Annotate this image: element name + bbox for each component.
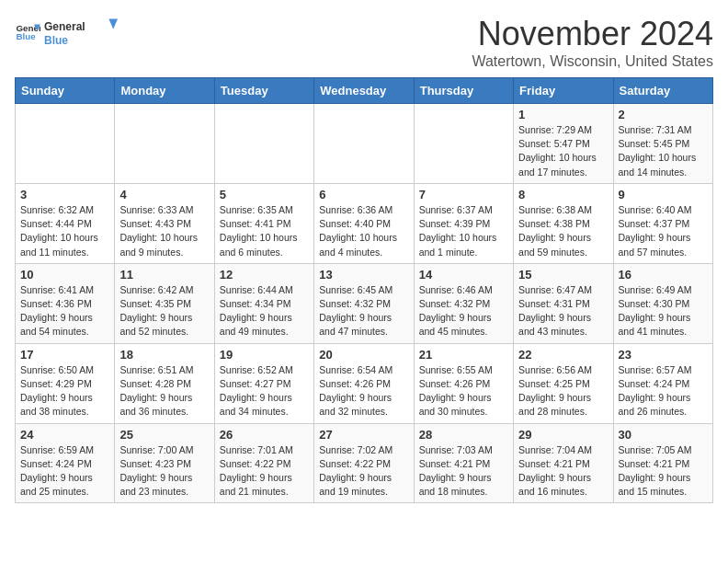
day-number: 26 bbox=[220, 428, 309, 442]
day-number: 21 bbox=[419, 348, 508, 362]
calendar-week-1: 1Sunrise: 7:29 AM Sunset: 5:47 PM Daylig… bbox=[16, 104, 713, 184]
day-number: 27 bbox=[319, 428, 408, 442]
calendar-cell bbox=[214, 104, 313, 184]
weekday-header-saturday: Saturday bbox=[613, 78, 712, 104]
calendar-cell: 13Sunrise: 6:45 AM Sunset: 4:32 PM Dayli… bbox=[314, 263, 414, 343]
calendar-cell: 10Sunrise: 6:41 AM Sunset: 4:36 PM Dayli… bbox=[16, 263, 115, 343]
day-info: Sunrise: 6:37 AM Sunset: 4:39 PM Dayligh… bbox=[419, 203, 508, 259]
day-number: 6 bbox=[319, 188, 408, 201]
day-number: 16 bbox=[619, 268, 708, 282]
day-info: Sunrise: 7:05 AM Sunset: 4:21 PM Dayligh… bbox=[619, 443, 708, 500]
calendar-cell: 19Sunrise: 6:52 AM Sunset: 4:27 PM Dayli… bbox=[214, 343, 313, 423]
weekday-header-wednesday: Wednesday bbox=[314, 78, 414, 104]
day-number: 5 bbox=[220, 188, 309, 201]
day-info: Sunrise: 6:57 AM Sunset: 4:24 PM Dayligh… bbox=[619, 363, 708, 419]
day-info: Sunrise: 6:50 AM Sunset: 4:29 PM Dayligh… bbox=[20, 363, 109, 419]
day-info: Sunrise: 6:55 AM Sunset: 4:26 PM Dayligh… bbox=[419, 363, 508, 419]
calendar-week-5: 24Sunrise: 6:59 AM Sunset: 4:24 PM Dayli… bbox=[16, 423, 713, 503]
calendar-cell: 6Sunrise: 6:36 AM Sunset: 4:40 PM Daylig… bbox=[314, 183, 414, 263]
day-number: 19 bbox=[220, 348, 309, 362]
title-block: November 2024 Watertown, Wisconsin, Unit… bbox=[472, 15, 713, 70]
logo: General Blue General Blue bbox=[15, 15, 118, 50]
day-number: 28 bbox=[419, 428, 508, 442]
weekday-header-tuesday: Tuesday bbox=[214, 78, 313, 104]
calendar-header: SundayMondayTuesdayWednesdayThursdayFrid… bbox=[16, 78, 713, 104]
location-subtitle: Watertown, Wisconsin, United States bbox=[472, 53, 713, 70]
calendar-cell: 17Sunrise: 6:50 AM Sunset: 4:29 PM Dayli… bbox=[16, 343, 115, 423]
calendar-cell: 7Sunrise: 6:37 AM Sunset: 4:39 PM Daylig… bbox=[414, 183, 513, 263]
day-info: Sunrise: 6:49 AM Sunset: 4:30 PM Dayligh… bbox=[619, 283, 708, 339]
day-number: 2 bbox=[619, 108, 708, 121]
calendar-cell: 16Sunrise: 6:49 AM Sunset: 4:30 PM Dayli… bbox=[613, 263, 712, 343]
day-number: 17 bbox=[20, 348, 109, 362]
day-number: 14 bbox=[419, 268, 508, 282]
day-info: Sunrise: 6:56 AM Sunset: 4:25 PM Dayligh… bbox=[518, 363, 608, 419]
calendar-cell: 23Sunrise: 6:57 AM Sunset: 4:24 PM Dayli… bbox=[613, 343, 712, 423]
day-info: Sunrise: 7:04 AM Sunset: 4:21 PM Dayligh… bbox=[518, 443, 608, 500]
day-info: Sunrise: 6:46 AM Sunset: 4:32 PM Dayligh… bbox=[419, 283, 508, 339]
day-info: Sunrise: 6:44 AM Sunset: 4:34 PM Dayligh… bbox=[220, 283, 309, 339]
calendar-table: SundayMondayTuesdayWednesdayThursdayFrid… bbox=[15, 77, 713, 503]
calendar-cell: 1Sunrise: 7:29 AM Sunset: 5:47 PM Daylig… bbox=[514, 104, 613, 184]
day-number: 4 bbox=[119, 188, 209, 201]
day-number: 30 bbox=[619, 428, 708, 442]
calendar-cell: 26Sunrise: 7:01 AM Sunset: 4:22 PM Dayli… bbox=[214, 423, 313, 503]
calendar-cell: 25Sunrise: 7:00 AM Sunset: 4:23 PM Dayli… bbox=[115, 423, 214, 503]
day-info: Sunrise: 7:01 AM Sunset: 4:22 PM Dayligh… bbox=[220, 443, 309, 500]
calendar-cell bbox=[314, 104, 414, 184]
page-header: General Blue General Blue November 2024 … bbox=[15, 15, 713, 70]
day-number: 18 bbox=[119, 348, 209, 362]
weekday-header-sunday: Sunday bbox=[16, 78, 115, 104]
day-info: Sunrise: 6:52 AM Sunset: 4:27 PM Dayligh… bbox=[220, 363, 309, 419]
calendar-cell bbox=[115, 104, 214, 184]
calendar-cell: 28Sunrise: 7:03 AM Sunset: 4:21 PM Dayli… bbox=[414, 423, 513, 503]
calendar-cell: 8Sunrise: 6:38 AM Sunset: 4:38 PM Daylig… bbox=[514, 183, 613, 263]
day-number: 9 bbox=[619, 188, 708, 201]
day-info: Sunrise: 7:03 AM Sunset: 4:21 PM Dayligh… bbox=[419, 443, 508, 500]
day-info: Sunrise: 6:51 AM Sunset: 4:28 PM Dayligh… bbox=[119, 363, 209, 419]
day-number: 15 bbox=[518, 268, 608, 282]
calendar-week-3: 10Sunrise: 6:41 AM Sunset: 4:36 PM Dayli… bbox=[16, 263, 713, 343]
logo-svg: General Blue bbox=[44, 15, 118, 50]
calendar-cell: 9Sunrise: 6:40 AM Sunset: 4:37 PM Daylig… bbox=[613, 183, 712, 263]
day-number: 29 bbox=[518, 428, 608, 442]
day-number: 25 bbox=[119, 428, 209, 442]
day-info: Sunrise: 7:31 AM Sunset: 5:45 PM Dayligh… bbox=[619, 123, 708, 179]
calendar-body: 1Sunrise: 7:29 AM Sunset: 5:47 PM Daylig… bbox=[16, 104, 713, 503]
day-info: Sunrise: 6:45 AM Sunset: 4:32 PM Dayligh… bbox=[319, 283, 408, 339]
day-number: 24 bbox=[20, 428, 109, 442]
day-number: 22 bbox=[518, 348, 608, 362]
day-info: Sunrise: 6:33 AM Sunset: 4:43 PM Dayligh… bbox=[119, 203, 209, 259]
day-info: Sunrise: 6:32 AM Sunset: 4:44 PM Dayligh… bbox=[20, 203, 109, 259]
calendar-cell: 12Sunrise: 6:44 AM Sunset: 4:34 PM Dayli… bbox=[214, 263, 313, 343]
day-info: Sunrise: 6:38 AM Sunset: 4:38 PM Dayligh… bbox=[518, 203, 608, 259]
calendar-cell: 2Sunrise: 7:31 AM Sunset: 5:45 PM Daylig… bbox=[613, 104, 712, 184]
svg-text:Blue: Blue bbox=[44, 34, 68, 47]
day-info: Sunrise: 7:02 AM Sunset: 4:22 PM Dayligh… bbox=[319, 443, 408, 500]
calendar-cell: 27Sunrise: 7:02 AM Sunset: 4:22 PM Dayli… bbox=[314, 423, 414, 503]
month-title: November 2024 bbox=[472, 15, 713, 53]
day-info: Sunrise: 6:47 AM Sunset: 4:31 PM Dayligh… bbox=[518, 283, 608, 339]
day-number: 1 bbox=[518, 108, 608, 121]
weekday-header-row: SundayMondayTuesdayWednesdayThursdayFrid… bbox=[16, 78, 713, 104]
svg-text:General: General bbox=[44, 20, 85, 33]
weekday-header-monday: Monday bbox=[115, 78, 214, 104]
day-info: Sunrise: 7:29 AM Sunset: 5:47 PM Dayligh… bbox=[518, 123, 608, 179]
weekday-header-friday: Friday bbox=[514, 78, 613, 104]
calendar-cell: 14Sunrise: 6:46 AM Sunset: 4:32 PM Dayli… bbox=[414, 263, 513, 343]
day-number: 11 bbox=[119, 268, 209, 282]
day-info: Sunrise: 6:40 AM Sunset: 4:37 PM Dayligh… bbox=[619, 203, 708, 259]
logo-icon: General Blue bbox=[15, 19, 40, 45]
calendar-week-2: 3Sunrise: 6:32 AM Sunset: 4:44 PM Daylig… bbox=[16, 183, 713, 263]
day-info: Sunrise: 6:36 AM Sunset: 4:40 PM Dayligh… bbox=[319, 203, 408, 259]
day-info: Sunrise: 6:54 AM Sunset: 4:26 PM Dayligh… bbox=[319, 363, 408, 419]
day-info: Sunrise: 6:35 AM Sunset: 4:41 PM Dayligh… bbox=[220, 203, 309, 259]
day-number: 7 bbox=[419, 188, 508, 201]
day-number: 3 bbox=[20, 188, 109, 201]
calendar-cell: 30Sunrise: 7:05 AM Sunset: 4:21 PM Dayli… bbox=[613, 423, 712, 503]
day-number: 23 bbox=[619, 348, 708, 362]
day-info: Sunrise: 6:41 AM Sunset: 4:36 PM Dayligh… bbox=[20, 283, 109, 339]
calendar-cell: 21Sunrise: 6:55 AM Sunset: 4:26 PM Dayli… bbox=[414, 343, 513, 423]
day-info: Sunrise: 7:00 AM Sunset: 4:23 PM Dayligh… bbox=[119, 443, 209, 500]
day-info: Sunrise: 6:42 AM Sunset: 4:35 PM Dayligh… bbox=[119, 283, 209, 339]
